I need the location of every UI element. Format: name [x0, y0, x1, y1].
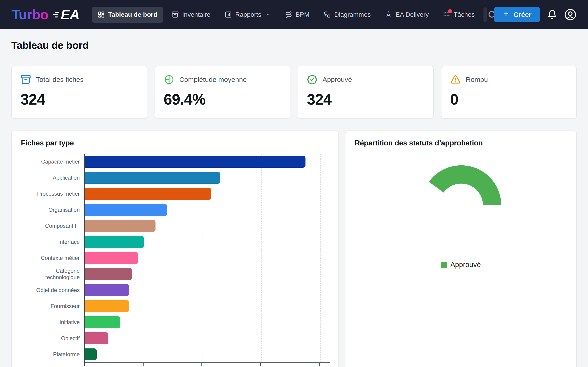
chart-square-icon — [225, 11, 232, 18]
user-menu-button[interactable] — [564, 8, 577, 21]
drafting-compass-icon — [385, 11, 392, 18]
plus-icon — [502, 10, 510, 19]
stat-card-value: 324 — [307, 91, 424, 108]
nav-item-dashboard[interactable]: Tableau de bord — [92, 7, 163, 23]
x-axis-tick — [201, 363, 202, 366]
bar-12[interactable] — [85, 348, 97, 360]
donut-chart — [355, 152, 567, 260]
nav-item-reports[interactable]: Rapports — [219, 7, 277, 23]
legend-item[interactable]: Approuvé — [441, 261, 481, 269]
workflow-icon — [324, 11, 331, 18]
nav-item-label: EA Delivery — [396, 11, 429, 18]
nav-item-label: Tâches — [454, 11, 475, 18]
navbar-actions: Créer — [484, 7, 577, 22]
archive-icon — [20, 74, 31, 85]
bar-category-label: Composant IT — [21, 223, 80, 229]
bar-3[interactable] — [85, 204, 167, 216]
bar-4[interactable] — [85, 220, 156, 232]
bar-row-11: Objectif — [21, 330, 329, 346]
stat-card-label: Total des fiches — [36, 76, 84, 83]
bar-5[interactable] — [85, 236, 144, 248]
bar-chart: Capacité métier Application Processus mé… — [21, 154, 329, 366]
bar-11[interactable] — [85, 332, 108, 344]
x-axis-tick — [143, 363, 144, 366]
bar-2[interactable] — [85, 188, 211, 200]
donut-segment-approuve[interactable] — [429, 165, 501, 205]
dashboard-page: Tableau de bord Total des fiches 324 Com… — [0, 40, 588, 367]
bar-category-label: Capacité métier — [21, 158, 80, 165]
donut-chart-title: Répartition des statuts d’approbation — [355, 139, 567, 147]
bar-row-4: Composant IT — [21, 218, 329, 234]
stat-card-value: 0 — [450, 91, 568, 108]
create-button[interactable]: Créer — [494, 7, 540, 22]
nav-item-label: Diagrammes — [334, 11, 371, 18]
bar-8[interactable] — [85, 284, 129, 296]
bar-9[interactable] — [85, 300, 129, 312]
bar-chart-rows: Capacité métier Application Processus mé… — [21, 154, 329, 362]
nav-item-label: BPM — [296, 11, 310, 18]
bar-category-label: Fournisseur — [21, 303, 80, 309]
stat-card-3: Rompu 0 — [441, 66, 577, 119]
bar-row-1: Application — [21, 170, 329, 186]
bar-6[interactable] — [85, 252, 138, 264]
top-navbar: Turbo EA Tableau de bordInventaireRappor… — [0, 0, 588, 29]
bar-row-5: Interface — [21, 234, 329, 250]
bar-chart-x-axis — [84, 362, 330, 366]
bar-row-8: Objet de données — [21, 282, 329, 298]
gauge-half-icon — [164, 74, 174, 85]
bar-row-10: Initiative — [21, 314, 329, 330]
stat-card-1: Complétude moyenne 69.4% — [155, 66, 291, 119]
logo-text-ea: EA — [61, 7, 79, 23]
nav-item-inventory[interactable]: Inventaire — [166, 7, 216, 23]
route-icon — [285, 11, 292, 18]
donut-legend: Approuvé — [355, 261, 567, 269]
bar-category-label: Catégorie technologique — [21, 268, 80, 281]
bar-1[interactable] — [85, 172, 220, 184]
stat-cards: Total des fiches 324 Complétude moyenne … — [11, 66, 577, 119]
bar-0[interactable] — [85, 156, 305, 168]
legend-swatch — [441, 262, 447, 268]
stat-card-label: Complétude moyenne — [179, 76, 247, 83]
bar-category-label: Objectif — [21, 335, 80, 342]
bar-row-12: Plateforme — [21, 346, 329, 362]
bar-category-label: Application — [21, 175, 80, 181]
bar-category-label: Processus métier — [21, 191, 80, 197]
main-nav: Tableau de bordInventaireRapportsBPMDiag… — [92, 7, 484, 23]
stat-card-value: 69.4% — [164, 91, 281, 108]
notifications-button[interactable] — [547, 10, 557, 20]
nav-item-ea-delivery[interactable]: EA Delivery — [379, 7, 435, 23]
nav-item-tasks[interactable]: Tâches — [437, 7, 481, 23]
nav-item-label: Inventaire — [182, 11, 210, 18]
bar-7[interactable] — [85, 268, 132, 280]
legend-label: Approuvé — [450, 261, 481, 269]
bell-icon — [547, 10, 557, 20]
stat-card-2: Approuvé 324 — [298, 66, 434, 119]
stat-card-label: Rompu — [466, 76, 488, 83]
speed-lines-icon — [50, 10, 61, 19]
stat-card-value: 324 — [20, 91, 138, 108]
donut-panel: Répartition des statuts d’approbation Ap… — [345, 131, 577, 367]
bar-category-label: Initiative — [21, 319, 80, 325]
logo-text-turbo: Turbo — [11, 7, 48, 23]
x-axis-tick — [84, 363, 85, 366]
bar-row-0: Capacité métier — [21, 154, 329, 170]
nav-item-diagrams[interactable]: Diagrammes — [318, 7, 376, 23]
stat-card-label: Approuvé — [322, 76, 352, 83]
chevron-down-icon — [265, 12, 271, 17]
panels: Fiches par type Capacité métier Applicat… — [11, 131, 577, 367]
bar-category-label: Plateforme — [21, 351, 80, 358]
app-logo[interactable]: Turbo EA — [11, 7, 79, 23]
bar-category-label: Contexte métier — [21, 255, 80, 261]
page-title: Tableau de bord — [11, 40, 577, 51]
navbar-divider — [484, 7, 487, 22]
alert-triangle-icon — [450, 74, 461, 85]
nav-item-bpm[interactable]: BPM — [279, 7, 315, 23]
stat-card-0: Total des fiches 324 — [11, 66, 147, 119]
list-checks-icon — [443, 11, 450, 18]
create-button-label: Créer — [514, 11, 531, 19]
bar-category-label: Interface — [21, 239, 80, 245]
bar-row-7: Catégorie technologique — [21, 266, 329, 282]
user-avatar-icon — [564, 8, 577, 21]
nav-item-label: Tableau de bord — [108, 11, 157, 18]
bar-10[interactable] — [85, 316, 120, 328]
